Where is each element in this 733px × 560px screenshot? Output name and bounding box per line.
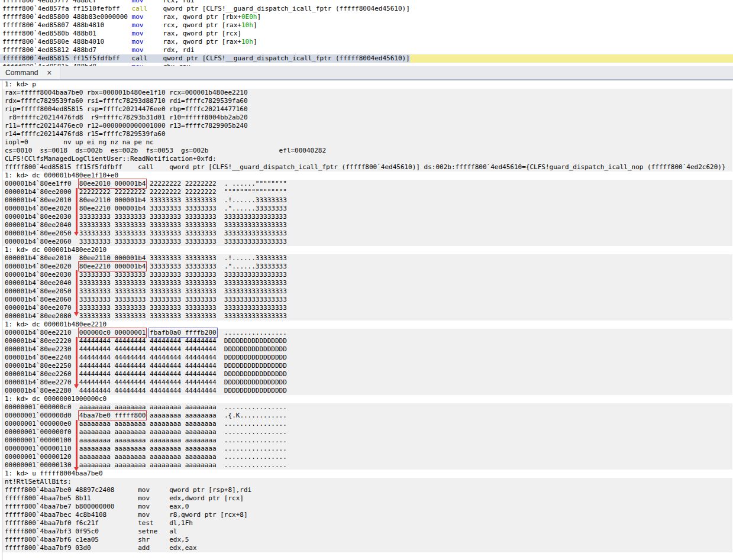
text-segment: 000001b4`80ee2220 44444444 44444444 4444… — [5, 337, 287, 345]
text-segment: ] — [253, 38, 257, 46]
text-segment: iopl=0 nv up ei ng nz na pe nc — [5, 138, 154, 146]
annotation-box-red: 80ee2010 000001b4 — [79, 180, 146, 187]
text-segment: fffff800`4baa7bf3 0f95c0 setne al — [5, 527, 177, 535]
text-segment: mov — [132, 0, 144, 4]
text-segment: fffff800`4ed857f7 488bcf — [2, 0, 132, 4]
text-segment: 000001b4`80ee2210 — [5, 329, 79, 336]
command-output-line: fffff800`4baa7bec 4c8b4108 mov r8,qword … — [2, 511, 732, 519]
text-segment: ] — [253, 21, 257, 29]
text-segment: 000001b4`80ee2030 33333333 33333333 3333… — [5, 213, 287, 221]
text-segment: r14=ffffc20214476fd8 r15=ffffc7829539fa6… — [5, 130, 166, 138]
text-segment: rax, qword ptr [rbx+ — [143, 13, 241, 21]
disassembly-current-line: fffff800`4ed85815 ff15f5fdfbff call qwor… — [0, 54, 733, 63]
command-output-line: rax=fffff8004baa7be0 rbx=000001b480ee1f1… — [2, 89, 732, 97]
text-segment: 00000001`00000110 aaaaaaaa aaaaaaaa aaaa… — [5, 445, 287, 452]
command-output-line: fffff800`4baa7bf6 c1ea05 shr edx,5 — [2, 536, 732, 544]
text-segment: 00000001`00000130 aaaaaaaa aaaaaaaa aaaa… — [5, 461, 287, 469]
annotation-arrow-line — [76, 337, 78, 384]
disassembly-line: fffff800`4ed85812 488bd7 mov rdx, rdi — [0, 46, 733, 54]
text-segment: 000001b4`80ee2010 80ee2110 000001b4 3333… — [5, 254, 287, 262]
command-output-line: nt!RtlSetAllBits: — [2, 478, 732, 486]
command-output-line: 000001b4`80ee2020 80ee2210 000001b4 3333… — [2, 205, 732, 213]
command-output-line: 000001b4`80ee2240 44444444 44444444 4444… — [2, 354, 732, 362]
close-icon[interactable]: × — [47, 69, 51, 76]
command-output-pane[interactable]: 1: kd> prax=fffff8004baa7be0 rbx=000001b… — [2, 80, 732, 560]
text-segment: 10h — [241, 21, 253, 29]
annotation-box-blue: fbafb0a0 ffffb200 — [150, 329, 217, 336]
text-segment: fffff800`4baa7be5 8b11 mov edx,dword ptr… — [5, 494, 244, 502]
disassembly-line-text: fffff800`4ed85812 488bd7 mov rdx, rdi — [2, 46, 195, 54]
text-segment: 00000001`000000e0 aaaaaaaa aaaaaaaa aaaa… — [5, 420, 287, 428]
command-output-line: r11=ffffc20214476ec0 r12=000000000000100… — [2, 122, 732, 130]
disassembly-pane[interactable]: fffff800`4ed857f7 488bcf mov rcx, rdifff… — [0, 0, 733, 66]
text-segment: fffff800`4baa7be0 48897c2408 mov qword p… — [5, 486, 251, 494]
annotation-arrow — [74, 270, 79, 316]
text-segment: 1: kd> u fffff8004baa7be0 — [5, 470, 103, 477]
disassembly-line-text: fffff800`4ed85807 488b4810 mov rcx, qwor… — [2, 21, 257, 30]
text-segment: rcx, rdi — [143, 0, 194, 4]
disassembly-line-text: fffff800`4ed85815 ff15f5fdfbff call qwor… — [0, 54, 410, 63]
annotation-arrow-head — [74, 467, 79, 471]
annotation-arrow-line — [76, 188, 78, 232]
command-output-line: 00000001`00000100 aaaaaaaa aaaaaaaa aaaa… — [2, 436, 732, 445]
text-segment: qword ptr [CLFS!__guard_dispatch_icall_f… — [147, 5, 410, 12]
text-segment: fffff800`4baa7bf9 03d0 add edx,eax — [5, 544, 197, 552]
command-output-line: fffff800`4baa7be7 b800000000 mov eax,0 — [2, 503, 732, 511]
command-output-line: r8=ffffc20214476fd8 r9=ffffc78293b31d01 … — [2, 114, 732, 122]
text-segment: 000001b4`80ee2020 — [5, 263, 79, 270]
text-segment: 000001b4`80ee2060 33333333 33333333 3333… — [5, 238, 287, 245]
command-input-line: 1: kd> dc 00000001000000c0 — [2, 395, 732, 403]
command-output-line: 000001b4`80ee2080 33333333 33333333 3333… — [2, 312, 732, 321]
text-segment: fffff800`4ed85812 488bd7 — [2, 46, 132, 54]
text-segment: fffff800`4ed85807 488b4810 — [2, 21, 132, 29]
command-output-line: CLFS!CClfsManagedLogClientUser::ReadNoti… — [2, 155, 732, 163]
text-segment: fffff800`4ed8580b 488b01 — [2, 30, 132, 37]
text-segment: ] — [257, 13, 261, 21]
annotation-arrow-line — [76, 420, 78, 467]
text-segment: CLFS!CClfsManagedLogClientUser::ReadNoti… — [5, 155, 217, 163]
command-output-line: 000001b4`80ee2040 33333333 33333333 3333… — [2, 279, 732, 287]
command-tab[interactable]: Command × — [0, 66, 60, 79]
text-segment: r11=ffffc20214476ec0 r12=000000000000100… — [5, 122, 248, 130]
text-segment: 1: kd> p — [5, 80, 36, 88]
disassembly-line-text: fffff800`4ed8580e 488b4010 mov rax, qwor… — [2, 38, 257, 46]
command-output-line: 000001b4`80ee2050 33333333 33333333 3333… — [2, 287, 732, 296]
command-output-line: 000001b4`80ee2230 44444444 44444444 4444… — [2, 345, 732, 354]
command-output-line: rdx=ffffc7829539fa60 rsi=ffffc78293d8871… — [2, 97, 732, 105]
command-input-line: 1: kd> dc 000001b480ee2210 — [2, 321, 732, 329]
text-segment: 000001b4`80ee2230 44444444 44444444 4444… — [5, 345, 287, 353]
disassembly-line: fffff800`4ed85800 488b83e0000000 mov rax… — [0, 13, 733, 21]
command-output-line: 000001b4`80ee1ff0 80ee2010 000001b4 2222… — [2, 180, 732, 188]
text-segment: 000001b4`80ee1ff0 — [5, 180, 79, 187]
text-segment: ................ — [217, 329, 287, 336]
command-output-line: 000001b4`80ee2030 33333333 33333333 3333… — [2, 213, 732, 221]
text-segment: 000001b4`80ee2040 33333333 33333333 3333… — [5, 279, 287, 287]
text-segment: r8=ffffc20214476fd8 r9=ffffc78293b31d01 … — [5, 114, 248, 121]
command-input-line: 1: kd> dc 000001b480ee1f10+e0 — [2, 171, 732, 180]
text-segment: 1: kd> dc 00000001000000c0 — [5, 395, 106, 403]
text-segment: fffff800`4baa7bf6 c1ea05 shr edx,5 — [5, 536, 189, 543]
annotation-box-red: 80ee2210 000001b4 — [79, 263, 146, 270]
command-output-line: r14=ffffc20214476fd8 r15=ffffc7829539fa6… — [2, 130, 732, 138]
text-segment: fffff800`4baa7be7 b800000000 mov eax,0 — [5, 503, 189, 510]
text-segment: rax, qword ptr [rax+ — [143, 38, 241, 46]
text-segment: fffff800`4ed85815 ff15f5fdfbff call qwor… — [2, 54, 410, 62]
text-segment: call — [132, 5, 148, 12]
command-output-line: 000001b4`80ee2030 33333333 33333333 3333… — [2, 271, 732, 279]
command-tab-label: Command — [5, 69, 38, 77]
command-output-line: fffff800`4baa7bf0 f6c21f test dl,1Fh — [2, 519, 732, 527]
command-tab-bar: Command × — [0, 66, 733, 80]
command-output-line: 000001b4`80ee2000 22222222 22222222 2222… — [2, 188, 732, 196]
text-segment: mov — [132, 38, 144, 46]
text-segment: 000001b4`80ee2000 22222222 22222222 2222… — [5, 188, 287, 196]
text-segment: mov — [132, 46, 144, 54]
command-output-line: 000001b4`80ee2040 33333333 33333333 3333… — [2, 221, 732, 229]
command-output-line: 00000001`000000d0 4baa7be0 fffff800 aaaa… — [2, 412, 732, 420]
command-output-line: 000001b4`80ee2220 44444444 44444444 4444… — [2, 337, 732, 345]
command-input-line: 1: kd> dc 000001b480ee2010 — [2, 246, 732, 254]
command-output-line: iopl=0 nv up ei ng nz na pe nc — [2, 138, 732, 147]
command-output-line: 000001b4`80ee2020 80ee2210 000001b4 3333… — [2, 263, 732, 271]
text-segment: 33333333 33333333 ."......33333333 — [146, 263, 286, 270]
command-output-line: 00000001`00000130 aaaaaaaa aaaaaaaa aaaa… — [2, 461, 732, 470]
text-segment: nt!RtlSetAllBits: — [5, 478, 72, 485]
